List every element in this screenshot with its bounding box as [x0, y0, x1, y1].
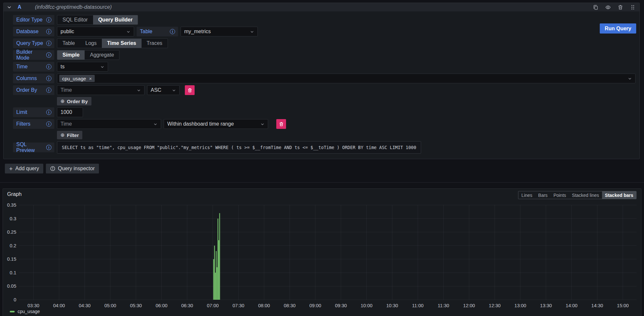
query-footer: + Add query Query inspector [5, 164, 644, 173]
info-icon[interactable]: i [46, 88, 51, 93]
drag-handle-icon[interactable] [630, 5, 636, 10]
svg-text:04:30: 04:30 [79, 303, 90, 308]
chevron-down-icon [250, 30, 254, 34]
table-label: Table i [137, 27, 178, 36]
time-row: Time i ts [13, 62, 636, 72]
svg-text:11:00: 11:00 [412, 303, 423, 308]
remove-tag-icon[interactable]: × [89, 76, 92, 81]
info-icon[interactable]: i [46, 52, 51, 58]
add-filter-button[interactable]: ⊕ Filter [57, 131, 82, 139]
query-ref-id: A [18, 4, 21, 10]
info-icon[interactable]: i [46, 29, 51, 34]
collapse-chevron-icon[interactable] [7, 5, 11, 9]
info-icon[interactable]: i [46, 110, 51, 115]
chevron-down-icon [137, 88, 141, 92]
order-by-direction-select[interactable]: ASC [147, 85, 180, 95]
limit-input[interactable] [57, 107, 83, 117]
info-icon[interactable]: i [46, 145, 51, 150]
svg-text:06:30: 06:30 [181, 303, 193, 308]
query-inspector-button[interactable]: Query inspector [46, 164, 99, 173]
info-icon[interactable]: i [170, 29, 175, 34]
svg-text:06:00: 06:00 [156, 303, 167, 308]
display-mode-tabs: Lines Bars Points Stacked lines Stacked … [518, 191, 637, 199]
query-header-actions [593, 5, 636, 10]
circle-info-icon [50, 166, 55, 171]
svg-text:12:30: 12:30 [489, 303, 500, 308]
svg-text:11:30: 11:30 [438, 303, 449, 308]
add-order-by-button[interactable]: ⊕ Order By [57, 97, 91, 105]
mode-tab-lines[interactable]: Lines [518, 191, 535, 199]
chevron-down-icon [153, 122, 158, 126]
svg-text:14:00: 14:00 [566, 303, 577, 308]
add-filter-row: ⊕ Filter [57, 131, 636, 139]
section-divider [0, 182, 644, 183]
builder-mode-label: Builder Mode i [13, 50, 54, 60]
circle-plus-icon: ⊕ [61, 98, 65, 104]
page: A (info8fcc-greptimedb-datasource) Run Q… [0, 3, 644, 316]
svg-text:0.35: 0.35 [7, 202, 16, 208]
time-series-chart[interactable]: 03:3004:0004:3005:0005:3006:0006:3007:00… [3, 189, 641, 316]
query-type-label: Query Type i [13, 38, 54, 48]
query-editor-body: Run Query Editor Type i SQL Editor Query… [4, 11, 639, 159]
column-tag-cpu-usage: cpu_usage × [59, 75, 95, 82]
info-icon[interactable]: i [46, 64, 51, 69]
filter-condition-select[interactable]: Within dashboard time range [164, 119, 268, 129]
mode-tab-stacked-lines[interactable]: Stacked lines [569, 191, 602, 199]
time-label: Time i [13, 62, 54, 72]
svg-text:0.2: 0.2 [10, 243, 16, 248]
database-label: Database i [13, 27, 54, 36]
delete-query-trash-icon[interactable] [618, 5, 623, 10]
mode-tab-points[interactable]: Points [551, 191, 569, 199]
builder-mode-option-aggregate[interactable]: Aggregate [85, 50, 119, 60]
svg-text:0.05: 0.05 [7, 283, 16, 289]
svg-text:0.1: 0.1 [10, 270, 16, 275]
sql-preview-label: SQL Preview i [13, 143, 54, 152]
legend-item-cpu-usage[interactable]: cpu_usage [10, 309, 40, 314]
chevron-down-icon [126, 30, 130, 34]
order-by-field-select[interactable]: Time [57, 85, 144, 95]
mode-tab-stacked-bars[interactable]: Stacked bars [602, 191, 636, 199]
toggle-visibility-eye-icon[interactable] [605, 5, 611, 10]
svg-text:05:00: 05:00 [104, 303, 116, 308]
filter-field-select[interactable]: Time [57, 119, 161, 129]
svg-text:12:00: 12:00 [463, 303, 475, 308]
order-by-row: Order By i Time ASC [13, 85, 636, 95]
query-type-option-logs[interactable]: Logs [80, 39, 102, 48]
chevron-down-icon [628, 76, 632, 81]
add-query-button[interactable]: + Add query [5, 164, 43, 173]
chart-svg: 03:3004:0004:3005:0005:3006:0006:3007:00… [3, 189, 638, 316]
svg-text:0.15: 0.15 [7, 256, 16, 262]
svg-text:0: 0 [14, 297, 16, 302]
time-column-select[interactable]: ts [57, 62, 108, 72]
query-type-option-traces[interactable]: Traces [142, 39, 168, 48]
graph-panel: 03:3004:0004:3005:0005:3006:0006:3007:00… [3, 188, 641, 316]
table-select[interactable]: my_metrics [181, 27, 258, 36]
query-type-segmented: Table Logs Time Series Traces [57, 38, 168, 48]
builder-mode-option-simple[interactable]: Simple [57, 50, 85, 60]
sql-preview-text: SELECT ts as "time", cpu_usage FROM "pub… [57, 141, 421, 154]
filters-row: Filters i Time Within dashboard time ran… [13, 119, 636, 129]
database-row: Database i public Table i my_metrics [13, 27, 636, 36]
info-icon[interactable]: i [46, 17, 51, 22]
run-query-button[interactable]: Run Query [600, 23, 636, 34]
editor-type-segmented: SQL Editor Query Builder [57, 15, 138, 25]
query-type-option-table[interactable]: Table [57, 39, 80, 48]
duplicate-query-icon[interactable] [593, 5, 598, 10]
remove-order-by-trash-button[interactable] [185, 85, 195, 95]
editor-type-option-sql-editor[interactable]: SQL Editor [57, 15, 93, 24]
remove-filter-trash-button[interactable] [276, 119, 286, 129]
query-type-option-time-series[interactable]: Time Series [102, 39, 142, 48]
query-type-row: Query Type i Table Logs Time Series Trac… [13, 38, 636, 48]
info-icon[interactable]: i [46, 76, 51, 81]
info-icon[interactable]: i [46, 121, 51, 127]
datasource-name: (info8fcc-greptimedb-datasource) [35, 4, 112, 10]
svg-text:07:30: 07:30 [233, 303, 244, 308]
info-icon[interactable]: i [46, 41, 51, 46]
editor-type-option-query-builder[interactable]: Query Builder [93, 15, 138, 24]
mode-tab-bars[interactable]: Bars [535, 191, 551, 199]
svg-text:10:00: 10:00 [361, 303, 372, 308]
columns-multiselect[interactable]: cpu_usage × [57, 74, 636, 83]
database-select[interactable]: public [57, 27, 134, 36]
query-row-header: A (info8fcc-greptimedb-datasource) [4, 3, 639, 11]
svg-text:14:30: 14:30 [591, 303, 603, 308]
